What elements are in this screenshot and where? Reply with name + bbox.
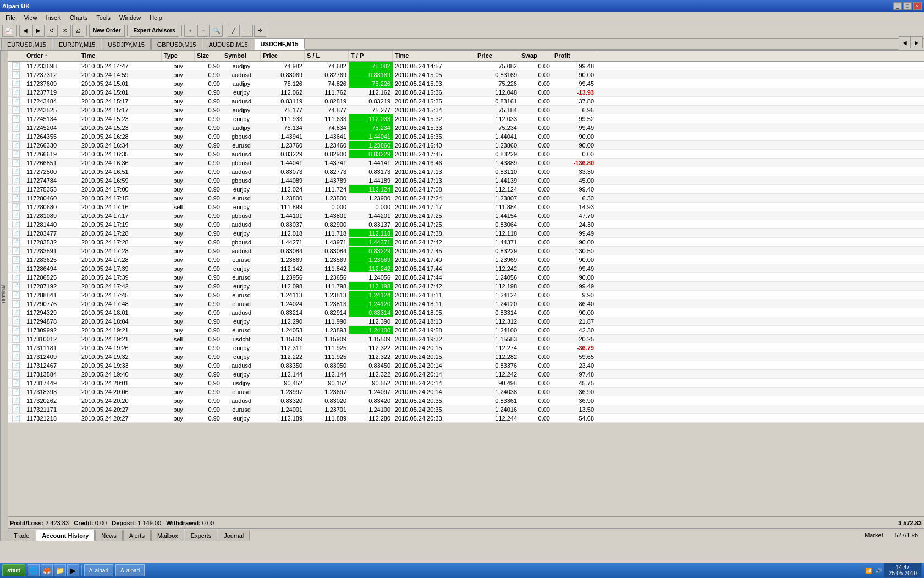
menu-window[interactable]: Window: [115, 13, 145, 22]
menu-view[interactable]: View: [20, 13, 42, 22]
tab-gbpusd-m15[interactable]: GBPUSD,M15: [151, 39, 202, 50]
new-chart-btn[interactable]: 📈: [2, 25, 14, 37]
table-row[interactable]: 📄 117245134 2010.05.24 15:23 buy 0.90 eu…: [8, 114, 924, 123]
stop-btn[interactable]: ✕: [59, 25, 71, 37]
col-profit[interactable]: Profit: [552, 51, 596, 61]
table-row[interactable]: 📄 117290776 2010.05.24 17:48 buy 0.90 eu…: [8, 299, 924, 308]
tab-audusd-m15[interactable]: AUDUSD,M15: [203, 39, 254, 50]
menu-charts[interactable]: Charts: [65, 13, 92, 22]
table-row[interactable]: 📄 117311181 2010.05.24 19:26 buy 0.90 eu…: [8, 343, 924, 352]
btab-alerts[interactable]: Alerts: [123, 530, 151, 541]
btab-mailbox[interactable]: Mailbox: [151, 530, 184, 541]
zoom-in-btn[interactable]: ＋: [184, 25, 196, 37]
col-type[interactable]: Type: [162, 51, 195, 61]
table-row[interactable]: 📄 117320262 2010.05.24 20:20 buy 0.90 au…: [8, 396, 924, 405]
tab-eurusd-m15[interactable]: EURUSD,M15: [1, 39, 52, 50]
menu-file[interactable]: File: [1, 13, 20, 22]
refresh-btn[interactable]: ↺: [46, 25, 58, 37]
tab-scroll-right[interactable]: ▶: [911, 36, 923, 48]
table-row[interactable]: 📄 117283532 2010.05.24 17:28 buy 0.90 gb…: [8, 238, 924, 247]
btab-trade[interactable]: Trade: [8, 530, 35, 541]
col-sl[interactable]: S / L: [305, 51, 349, 61]
table-row[interactable]: 📄 117286525 2010.05.24 17:39 buy 0.90 eu…: [8, 273, 924, 282]
table-row[interactable]: 📄 117321171 2010.05.24 20:27 buy 0.90 eu…: [8, 405, 924, 414]
table-row[interactable]: 📄 117288841 2010.05.24 17:45 buy 0.90 eu…: [8, 291, 924, 299]
table-row[interactable]: 📄 117283591 2010.05.24 17:28 buy 0.90 au…: [8, 247, 924, 255]
qlaunch-media[interactable]: ▶: [67, 564, 79, 576]
crosshair-btn[interactable]: ✛: [254, 25, 266, 37]
table-row[interactable]: 📄 117264355 2010.05.24 16:28 buy 0.90 gb…: [8, 132, 924, 141]
table-row[interactable]: 📄 117283625 2010.05.24 17:28 buy 0.90 eu…: [8, 255, 924, 264]
table-row[interactable]: 📄 117281089 2010.05.24 17:17 buy 0.90 gb…: [8, 211, 924, 220]
table-row[interactable]: 📄 117266851 2010.05.24 16:36 buy 0.90 gb…: [8, 159, 924, 167]
table-row[interactable]: 📄 117233698 2010.05.24 14:47 buy 0.90 au…: [8, 62, 924, 70]
table-row[interactable]: 📄 117237312 2010.05.24 14:59 buy 0.90 au…: [8, 70, 924, 79]
tab-usdjpy-m15[interactable]: USDJPY,M15: [102, 39, 150, 50]
table-row[interactable]: 📄 117280680 2010.05.24 17:16 sell 0.90 e…: [8, 203, 924, 211]
table-row[interactable]: 📄 117274784 2010.05.24 16:59 buy 0.90 gb…: [8, 176, 924, 185]
table-row[interactable]: 📄 117312467 2010.05.24 19:33 buy 0.90 au…: [8, 361, 924, 370]
table-row[interactable]: 📄 117294878 2010.05.24 18:04 buy 0.90 eu…: [8, 317, 924, 326]
table-row[interactable]: 📄 117243525 2010.05.24 15:17 buy 0.90 au…: [8, 106, 924, 114]
table-row[interactable]: 📄 117310012 2010.05.24 19:21 sell 0.90 u…: [8, 335, 924, 343]
taskbar-app-alpari1[interactable]: A alpari: [84, 564, 113, 576]
table-row[interactable]: 📄 117245204 2010.05.24 15:23 buy 0.90 au…: [8, 123, 924, 132]
table-row[interactable]: 📄 117243484 2010.05.24 15:17 buy 0.90 au…: [8, 97, 924, 106]
tab-usdchf-m15[interactable]: USDCHF,M15: [255, 39, 305, 50]
tab-eurjpy-m15[interactable]: EURJPY,M15: [53, 39, 101, 50]
chart-zoom-btn[interactable]: 🔍: [211, 25, 223, 37]
forward-btn[interactable]: ▶: [32, 25, 45, 37]
table-row[interactable]: 📄 117313584 2010.05.24 19:40 buy 0.90 eu…: [8, 370, 924, 379]
menu-insert[interactable]: Insert: [41, 13, 65, 22]
table-row[interactable]: 📄 117237719 2010.05.24 15:01 buy 0.90 eu…: [8, 88, 924, 97]
table-row[interactable]: 📄 117272500 2010.05.24 16:51 buy 0.90 au…: [8, 167, 924, 176]
col-symbol[interactable]: Symbol: [222, 51, 261, 61]
table-row[interactable]: 📄 117280460 2010.05.24 17:15 buy 0.90 eu…: [8, 194, 924, 203]
col-swap[interactable]: Swap: [519, 51, 552, 61]
hline-btn[interactable]: —: [241, 25, 253, 37]
col-close-time[interactable]: Time: [393, 51, 475, 61]
taskbar-app-alpari2[interactable]: A alpari: [116, 564, 145, 576]
table-row[interactable]: 📄 117283477 2010.05.24 17:28 buy 0.90 eu…: [8, 229, 924, 238]
qlaunch-firefox[interactable]: 🦊: [41, 564, 53, 576]
table-row[interactable]: 📄 117312409 2010.05.24 19:32 buy 0.90 eu…: [8, 352, 924, 361]
table-row[interactable]: 📄 117287192 2010.05.24 17:42 buy 0.90 eu…: [8, 282, 924, 291]
col-close-price[interactable]: Price: [475, 51, 519, 61]
window-controls[interactable]: _ □ ×: [893, 2, 922, 10]
btab-news[interactable]: News: [95, 530, 123, 541]
qlaunch-folder[interactable]: 📁: [54, 564, 66, 576]
maximize-btn[interactable]: □: [903, 2, 912, 10]
menu-tools[interactable]: Tools: [92, 13, 115, 22]
qlaunch-ie[interactable]: 🌐: [28, 564, 40, 576]
table-row[interactable]: 📄 117275353 2010.05.24 17:00 buy 0.90 eu…: [8, 185, 924, 194]
tab-scroll-left[interactable]: ◀: [899, 36, 911, 48]
close-btn[interactable]: ×: [913, 2, 922, 10]
minimize-btn[interactable]: _: [893, 2, 902, 10]
table-row[interactable]: 📄 117286494 2010.05.24 17:39 buy 0.90 eu…: [8, 264, 924, 273]
menu-help[interactable]: Help: [145, 13, 167, 22]
table-row[interactable]: 📄 117321218 2010.05.24 20:27 buy 0.90 eu…: [8, 414, 924, 423]
expert-advisors-btn[interactable]: Expert Advisors: [130, 25, 179, 37]
line-btn[interactable]: ╱: [228, 25, 240, 37]
col-time[interactable]: Time: [79, 51, 162, 61]
btab-account-history[interactable]: Account History: [36, 530, 95, 541]
table-row[interactable]: 📄 117281440 2010.05.24 17:19 buy 0.90 au…: [8, 220, 924, 229]
start-button[interactable]: start: [2, 564, 25, 576]
table-row[interactable]: 📄 117317449 2010.05.24 20:01 buy 0.90 us…: [8, 379, 924, 388]
back-btn[interactable]: ◀: [19, 25, 31, 37]
table-row[interactable]: 📄 117237609 2010.05.24 15:01 buy 0.90 au…: [8, 79, 924, 88]
table-row[interactable]: 📄 117294329 2010.05.24 18:01 buy 0.90 au…: [8, 308, 924, 317]
print-btn[interactable]: 🖨: [72, 25, 84, 37]
zoom-out-btn[interactable]: －: [197, 25, 210, 37]
col-order-num[interactable]: Order ↑: [24, 51, 79, 61]
table-row[interactable]: 📄 117266330 2010.05.24 16:34 buy 0.90 eu…: [8, 141, 924, 150]
col-price[interactable]: Price: [261, 51, 305, 61]
btab-journal[interactable]: Journal: [218, 530, 250, 541]
table-row[interactable]: 📄 117318393 2010.05.24 20:06 buy 0.90 eu…: [8, 388, 924, 396]
btab-experts[interactable]: Experts: [185, 530, 217, 541]
new-order-btn[interactable]: New Order: [89, 25, 125, 37]
col-tp[interactable]: T / P: [349, 51, 393, 61]
table-row[interactable]: 📄 117309992 2010.05.24 19:21 buy 0.90 eu…: [8, 326, 924, 335]
table-row[interactable]: 📄 117266619 2010.05.24 16:35 buy 0.90 au…: [8, 150, 924, 159]
col-size[interactable]: Size: [195, 51, 222, 61]
